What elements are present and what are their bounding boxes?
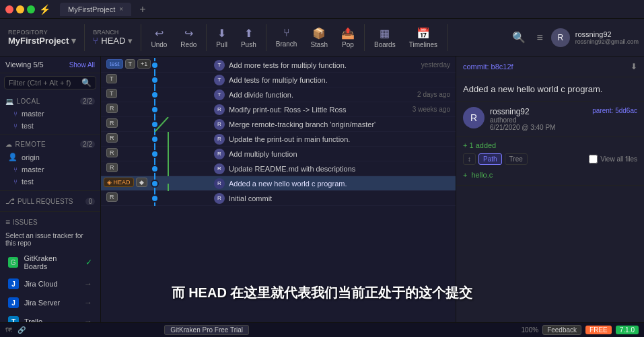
redo-button[interactable]: ↪ Redo <box>174 24 203 51</box>
trello-icon: T <box>8 316 19 322</box>
commit-row[interactable]: R R Update README.md with descriptions <box>101 161 456 176</box>
commit-row[interactable]: R R Merge remote-tracking branch 'origin… <box>101 117 456 132</box>
commit-row[interactable]: R R Initial commit <box>101 191 456 206</box>
svg-point-3 <box>151 77 158 83</box>
feedback-button[interactable]: Feedback <box>542 325 581 335</box>
trial-badge[interactable]: GitKraken Pro Free Trial <box>164 326 249 334</box>
file-item[interactable]: + hello.c <box>463 169 637 181</box>
avatar: T <box>214 75 225 85</box>
gitkraken-icon: G <box>8 257 18 268</box>
gitkraken-boards-label: GitKraken Boards <box>24 254 80 270</box>
user-info: R rossning92 rossning92@gmail.com <box>551 28 639 47</box>
close-button[interactable] <box>5 5 13 13</box>
minimize-button[interactable] <box>16 5 24 13</box>
view-all-checkbox[interactable] <box>589 155 598 163</box>
graph-area: test T +1 T Add more tests for multiply … <box>101 57 456 322</box>
issues-header[interactable]: ≡ ISSUES <box>0 215 100 229</box>
svg-point-5 <box>151 91 158 98</box>
issues-section: ≡ ISSUES Select an issue tracker for thi… <box>0 211 100 322</box>
graph-visual: R <box>101 161 209 176</box>
gitkraken-boards-item[interactable]: G GitKraken Boards ✓ <box>3 251 98 274</box>
commit-message: Add more tests for multiply function. <box>229 61 417 69</box>
pull-requests-section: ⎇ PULL REQUESTS 0 <box>0 190 100 211</box>
view-all-files[interactable]: View all files <box>589 155 637 163</box>
commit-row[interactable]: test T +1 T Add more tests for multiply … <box>101 58 456 73</box>
jira-server-icon: J <box>8 297 19 308</box>
pr-icon: ⎇ <box>5 196 15 206</box>
undo-button[interactable]: ↩ Undo <box>144 24 174 51</box>
maximize-button[interactable] <box>27 5 35 13</box>
commit-message: Added a new hello world c program. <box>229 180 450 188</box>
files-section: + 1 added ↕ Path Tree View all files + h… <box>456 137 644 186</box>
pr-count: 0 <box>85 198 95 205</box>
search-button[interactable]: 🔍 <box>509 28 528 46</box>
pr-header[interactable]: ⎇ PULL REQUESTS 0 <box>0 194 100 209</box>
sidebar-item-remote-master[interactable]: ⑂ master <box>0 163 100 176</box>
sidebar-item-origin[interactable]: 👤 origin <box>0 151 100 163</box>
boards-button[interactable]: ▦ Boards <box>367 24 402 51</box>
sort-icon: ↕ <box>468 155 471 163</box>
commit-row[interactable]: T T Add divide function. 2 days ago <box>101 87 456 102</box>
new-tab-button[interactable]: + <box>135 3 149 15</box>
commit-message: Initial commit <box>229 194 450 202</box>
branch-icon: ⑂ <box>13 110 17 118</box>
jira-server-item[interactable]: J Jira Server → <box>3 294 98 311</box>
commit-row[interactable]: R R Update the print-out in main functio… <box>101 132 456 147</box>
chevron-down-icon: ▾ <box>71 36 76 46</box>
repository-label: repository <box>8 29 76 36</box>
commit-row[interactable]: R R Modify print-out: Ross -> Little Ros… <box>101 102 456 117</box>
stash-button[interactable]: 📦 Stash <box>303 24 334 51</box>
timelines-button[interactable]: 📅 Timelines <box>402 24 444 51</box>
pull-push-group: ⬇ Pull ⬆ Push <box>207 24 266 51</box>
tab-close[interactable]: × <box>119 5 123 13</box>
commit-row[interactable]: R R Add multiply function <box>101 147 456 161</box>
sidebar-item-remote-test[interactable]: ⑂ test <box>0 176 100 188</box>
push-button[interactable]: ⬆ Push <box>234 24 263 51</box>
bottom-right: 100% Feedback FREE 7.1.0 <box>522 325 639 335</box>
filter-input[interactable] <box>9 79 81 87</box>
svg-point-10 <box>151 121 158 128</box>
commit-time: 3 weeks ago <box>413 106 450 113</box>
path-view-button[interactable]: Path <box>478 153 502 165</box>
free-badge: FREE <box>585 326 612 334</box>
commit-time: 2 days ago <box>417 91 450 98</box>
pop-button[interactable]: 📤 Pop <box>334 24 361 51</box>
menu-button[interactable]: ≡ <box>534 29 545 46</box>
avatar: T <box>214 60 225 71</box>
author-name: rossning92 <box>490 107 587 116</box>
sort-button[interactable]: ↕ <box>463 153 476 165</box>
jira-cloud-item[interactable]: J Jira Cloud → <box>3 275 98 293</box>
branch-name[interactable]: ⑂ HEAD ▾ <box>93 36 133 46</box>
version-badge: 7.1.0 <box>616 326 639 334</box>
remote-section-header[interactable]: ☁ REMOTE 2/2 <box>0 138 100 151</box>
avatar: R <box>551 28 570 47</box>
trello-label: Trello <box>24 317 42 322</box>
trello-item[interactable]: T Trello → <box>3 313 98 322</box>
show-all-link[interactable]: Show All <box>69 61 95 69</box>
graph-visual: T <box>101 73 209 87</box>
avatar: R <box>214 104 225 115</box>
graph-visual: ◈ HEAD ◆ <box>101 176 209 191</box>
graph-visual: R <box>101 147 209 161</box>
boards-timelines-group: ▦ Boards 📅 Timelines <box>365 24 448 51</box>
commit-row[interactable]: T T Add tests for multiply function. <box>101 73 456 87</box>
main-tab[interactable]: MyFirstProject × <box>60 3 131 16</box>
repository-name[interactable]: MyFirstProject ▾ <box>8 36 76 46</box>
commit-info: T Add divide function. 2 days ago <box>209 89 456 100</box>
svg-point-19 <box>151 165 158 172</box>
sidebar-filter[interactable]: 🔍 <box>4 76 96 89</box>
issues-subtitle: Select an issue tracker for this repo <box>0 229 100 250</box>
tab-area: MyFirstProject × <box>60 3 131 16</box>
branch-button[interactable]: ⑂ Branch <box>269 24 304 50</box>
sidebar-item-local-test[interactable]: ⑂ test <box>0 120 100 132</box>
commit-row-head[interactable]: ◈ HEAD ◆ R Added a new hello world c pro… <box>101 176 456 191</box>
avatar: R <box>214 178 225 189</box>
commit-info: R Merge remote-tracking branch 'origin/m… <box>209 119 456 130</box>
branch-icon: ⑂ <box>93 36 98 46</box>
sidebar-item-local-master[interactable]: ⑂ master <box>0 108 100 120</box>
pull-button[interactable]: ⬇ Pull <box>209 24 234 51</box>
tree-view-button[interactable]: Tree <box>505 153 528 165</box>
filter-search-icon: 🔍 <box>81 78 92 87</box>
download-button[interactable]: ⬇ <box>631 62 637 71</box>
local-section-header[interactable]: 💻 LOCAL 2/2 <box>0 95 100 108</box>
